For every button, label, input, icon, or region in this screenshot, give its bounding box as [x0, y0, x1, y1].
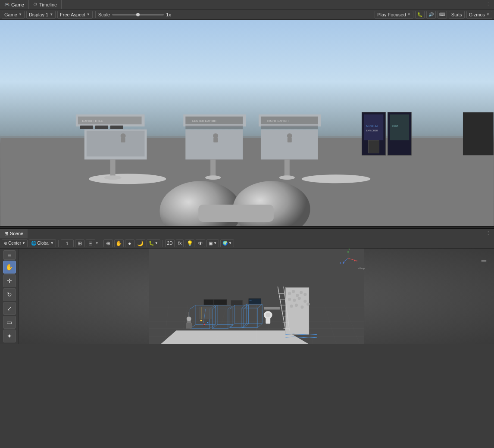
svg-point-130: [300, 291, 303, 294]
svg-line-87: [213, 325, 217, 329]
svg-rect-95: [203, 324, 205, 325]
scale-label: Scale: [98, 12, 110, 17]
scene-grid-btn1[interactable]: ⊞: [75, 240, 84, 247]
svg-rect-83: [214, 300, 227, 305]
svg-line-88: [228, 325, 233, 329]
scene-hand-btn[interactable]: ✋: [114, 240, 124, 247]
aspect-dropdown[interactable]: Free Aspect ▼: [57, 11, 93, 19]
svg-line-59: [235, 305, 247, 344]
svg-rect-68: [203, 299, 217, 305]
pivot-btn[interactable]: ⊕ Center ▼: [2, 240, 28, 247]
grid-arrow-btn[interactable]: ⊟ ▼: [86, 240, 99, 247]
svg-rect-69: [204, 300, 217, 305]
side-move-btn[interactable]: ✛: [3, 274, 16, 287]
side-hand-btn[interactable]: ✋: [3, 261, 16, 274]
svg-rect-123: [187, 319, 191, 323]
svg-marker-154: [342, 262, 344, 264]
scene-layer-btn[interactable]: ▣ ▼: [206, 240, 219, 247]
svg-line-55: [165, 305, 169, 344]
tab-scene[interactable]: ⊞ Scene: [0, 229, 28, 238]
svg-point-136: [290, 305, 293, 308]
svg-rect-118: [264, 307, 280, 309]
global-btn[interactable]: 🌐 Global ▼: [29, 240, 56, 247]
keyboard-btn[interactable]: ⌨: [438, 11, 447, 19]
gizmos-dropdown[interactable]: Gizmos ▼: [466, 11, 492, 19]
game-icon: 🎮: [4, 2, 9, 7]
tab-game[interactable]: 🎮 Game: [0, 0, 29, 9]
scene-orbit-btn[interactable]: ⊕: [103, 240, 113, 247]
svg-point-2: [89, 174, 166, 184]
stats-btn[interactable]: Stats: [449, 11, 465, 19]
side-rotate-btn[interactable]: ↻: [3, 288, 16, 301]
svg-marker-67: [161, 330, 309, 344]
game-viewport: EXHIBIT TITLE CENTER EXHIBIT: [0, 20, 494, 226]
svg-point-132: [288, 298, 291, 301]
pivot-icon: ⊕: [4, 241, 7, 246]
tab-timeline[interactable]: ⏱ Timeline: [29, 0, 62, 9]
svg-rect-0: [0, 136, 494, 226]
mode-2d-btn[interactable]: 2D: [165, 240, 175, 247]
svg-point-124: [187, 317, 191, 321]
svg-point-139: [306, 302, 310, 305]
svg-rect-13: [121, 138, 125, 142]
scene-num-input[interactable]: [61, 240, 74, 247]
svg-rect-43: [390, 115, 409, 140]
game-dropdown[interactable]: Game ▼: [2, 11, 25, 19]
game-scene-svg: EXHIBIT TITLE CENTER EXHIBIT: [0, 20, 494, 226]
scene-bug-btn[interactable]: 🐛 ▼: [147, 240, 160, 247]
svg-point-24: [205, 175, 221, 180]
side-rect-btn[interactable]: ▭: [3, 316, 16, 329]
side-transform-btn[interactable]: ✦: [3, 330, 16, 342]
svg-line-57: [198, 305, 208, 344]
scene-sep-1: [58, 240, 59, 247]
svg-rect-20: [185, 129, 243, 159]
svg-rect-4: [76, 115, 145, 127]
scene-world-btn[interactable]: 🌍 ▼: [220, 240, 234, 247]
svg-rect-82: [213, 299, 227, 305]
scene-tab-bar: ⊞ Scene ⋮: [0, 229, 494, 238]
play-focused-dropdown[interactable]: Play Focused ▼: [375, 11, 413, 19]
audio-icon: 🔊: [428, 12, 434, 17]
tab-more-btn[interactable]: ⋮: [482, 2, 494, 7]
svg-text:z: z: [340, 262, 341, 264]
side-menu-btn[interactable]: ≡: [3, 250, 16, 260]
svg-marker-150: [347, 251, 349, 253]
scene-light-btn[interactable]: 💡: [185, 240, 194, 247]
svg-rect-96: [231, 300, 243, 306]
audio-btn[interactable]: 🔊: [426, 11, 436, 19]
game-dropdown-label: Game: [4, 12, 17, 17]
svg-point-131: [303, 293, 306, 296]
bug-btn[interactable]: 🐛: [415, 11, 425, 19]
scene-sphere-btn[interactable]: ●: [125, 240, 134, 247]
fx-btn[interactable]: fx: [176, 240, 184, 247]
svg-text:INFO: INFO: [392, 125, 398, 128]
svg-rect-97: [235, 305, 249, 324]
svg-point-12: [121, 133, 126, 138]
svg-text:MUSEUM: MUSEUM: [366, 125, 378, 128]
svg-line-141: [284, 286, 290, 330]
game-tab-bar: 🎮 Game ⏱ Timeline ⋮: [0, 0, 494, 9]
display-dropdown[interactable]: Display 1 ▼: [26, 11, 56, 19]
svg-rect-109: [247, 304, 262, 324]
tab-scene-label: Scene: [10, 231, 23, 236]
svg-rect-17: [185, 117, 243, 124]
svg-line-110: [242, 304, 247, 308]
svg-rect-126: [286, 288, 309, 335]
side-scale-btn[interactable]: ⤢: [3, 302, 16, 315]
global-label: Global: [37, 241, 50, 246]
svg-point-138: [300, 305, 303, 308]
sun-icon: ☀: [183, 274, 194, 289]
scene-tab-more[interactable]: ⋮: [482, 230, 494, 236]
game-dropdown-arrow: ▼: [19, 12, 22, 16]
scene-fx-icon[interactable]: 🌙: [136, 240, 145, 247]
scale-slider[interactable]: [112, 14, 164, 16]
svg-text:CENTER EXHIBIT: CENTER EXHIBIT: [192, 119, 217, 122]
svg-line-100: [230, 324, 234, 327]
scene-panel: ⊞ Scene ⋮ ⊕ Center ▼ 🌐 Global ▼ ⊞ ⊟ ▼ ⊕ …: [0, 229, 494, 344]
svg-rect-45: [463, 112, 494, 156]
stats-label: Stats: [451, 12, 462, 17]
scene-tab-icon: ⊞: [4, 231, 8, 236]
scene-eye-btn[interactable]: 👁: [196, 240, 205, 247]
svg-line-112: [242, 324, 247, 327]
scene-grid-btn2[interactable]: ⊟: [86, 240, 95, 247]
